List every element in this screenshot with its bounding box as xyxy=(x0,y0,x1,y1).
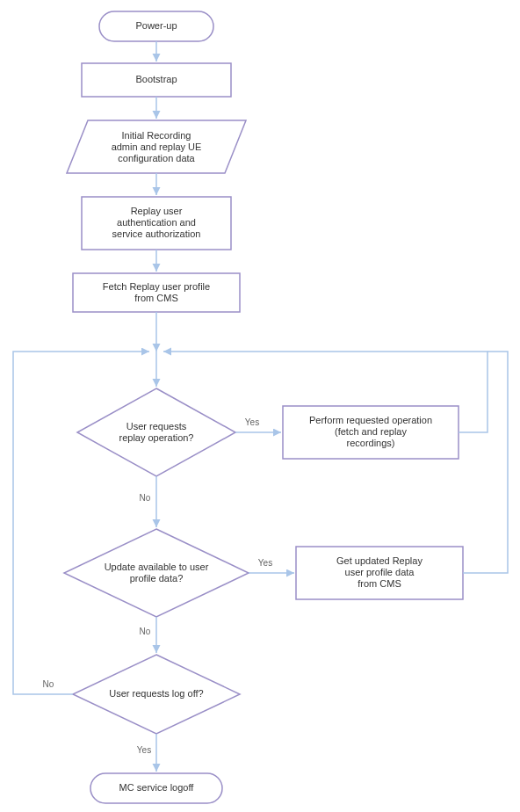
edge-n9-merge xyxy=(463,352,508,573)
edge-n10-n11-label: Yes xyxy=(137,745,151,755)
node-get-updated-profile-label-2: user profile data xyxy=(345,567,415,577)
node-user-requests-logoff-label: User requests log off? xyxy=(109,688,203,699)
node-power-up: Power-up xyxy=(99,11,213,41)
node-update-available-label-1: Update available to user xyxy=(105,562,209,572)
edge-n8-n9-label: Yes xyxy=(258,558,272,568)
node-get-updated-profile-label-3: from CMS xyxy=(358,578,401,589)
node-initial-recording-label-1: Initial Recording xyxy=(122,130,191,141)
node-get-updated-profile: Get updated Replay user profile data fro… xyxy=(296,547,463,599)
edge-n10-merge-label: No xyxy=(43,679,54,689)
node-perform-operation: Perform requested operation (fetch and r… xyxy=(283,406,459,459)
node-perform-operation-label-2: (fetch and replay xyxy=(335,426,407,437)
node-replay-user-auth-label-3: service authorization xyxy=(112,228,201,239)
node-mc-service-logoff-label: MC service logoff xyxy=(119,782,195,793)
node-update-available: Update available to user profile data? xyxy=(64,529,249,617)
node-bootstrap-label: Bootstrap xyxy=(135,74,177,84)
node-replay-user-auth-label-1: Replay user xyxy=(131,206,183,216)
node-initial-recording-label-2: admin and replay UE xyxy=(112,141,202,152)
node-mc-service-logoff: MC service logoff xyxy=(90,773,222,803)
node-perform-operation-label-1: Perform requested operation xyxy=(309,415,432,425)
node-user-requests-replay: User requests replay operation? xyxy=(77,388,235,476)
node-update-available-label-2: profile data? xyxy=(130,573,184,584)
flowchart-canvas: Power-up Bootstrap Initial Recording adm… xyxy=(0,0,520,812)
node-get-updated-profile-label-1: Get updated Replay xyxy=(336,555,422,566)
node-power-up-label: Power-up xyxy=(135,20,177,31)
node-initial-recording: Initial Recording admin and replay UE co… xyxy=(67,120,246,173)
node-fetch-profile-label-2: from CMS xyxy=(134,293,178,303)
node-fetch-profile: Fetch Replay user profile from CMS xyxy=(73,273,240,312)
node-fetch-profile-label-1: Fetch Replay user profile xyxy=(103,281,210,292)
node-user-requests-logoff: User requests log off? xyxy=(73,655,240,734)
edge-n6-n8-label: No xyxy=(140,493,151,503)
edge-n10-merge xyxy=(13,352,149,694)
edge-n8-n10-label: No xyxy=(140,627,151,636)
node-bootstrap: Bootstrap xyxy=(82,63,231,97)
node-user-requests-replay-label-2: replay operation? xyxy=(119,432,193,443)
node-replay-user-auth: Replay user authentication and service a… xyxy=(82,197,231,250)
node-initial-recording-label-3: configuration data xyxy=(118,153,195,163)
node-replay-user-auth-label-2: authentication and xyxy=(117,217,196,228)
node-perform-operation-label-3: recordings) xyxy=(346,438,394,448)
edge-n6-n7-label: Yes xyxy=(245,417,259,427)
node-user-requests-replay-label-1: User requests xyxy=(126,421,187,431)
